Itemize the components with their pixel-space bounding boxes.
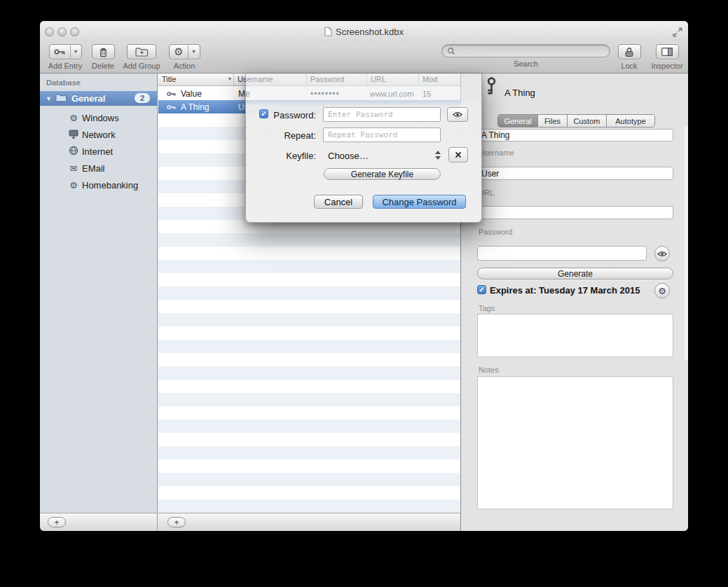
add-entry-button[interactable]: ▾ Add Entry (44, 44, 86, 70)
generate-label: Generate (558, 269, 593, 279)
search-area: Search (441, 44, 610, 68)
change-password-dialog: ✓ Password: Repeat: Keyfile: Choose… Gen… (245, 74, 482, 223)
action-label: Action (174, 62, 195, 70)
sidebar-group-general[interactable]: ▼ General 2 (40, 91, 157, 106)
inspector-entry-title: A Thing (504, 88, 535, 98)
keyfile-popup-value: Choose… (328, 151, 369, 161)
cancel-button[interactable]: Cancel (314, 195, 363, 209)
password-checkbox[interactable]: ✓ (259, 109, 268, 118)
tab-label: Autotype (615, 117, 645, 125)
folder-icon (55, 93, 67, 102)
inspector-label: Inspector (651, 62, 682, 70)
username-label: Username (479, 149, 514, 157)
tab-autotype[interactable]: Autotype (607, 115, 654, 127)
column-header-label: Title (162, 75, 176, 83)
add-group-plus-button[interactable]: + (48, 517, 66, 527)
entry-title-cell: A Thing (181, 102, 209, 112)
generate-password-button[interactable]: Generate (477, 268, 673, 279)
titlebar[interactable]: Screenshot.kdbx (40, 21, 688, 42)
monitor-icon (68, 130, 79, 140)
add-group-button[interactable]: Add Group (120, 44, 163, 70)
sidebar: Database ▼ General 2 ⚙ Windows Network (40, 74, 158, 513)
chevron-down-icon[interactable]: ▾ (71, 45, 81, 59)
add-entry-plus-button[interactable]: + (167, 517, 186, 527)
sidebar-item-homebanking[interactable]: ⚙ Homebanking (40, 179, 157, 191)
gear-icon: ⚙ (68, 113, 79, 123)
sidebar-item-network[interactable]: Network (40, 128, 157, 141)
password-field[interactable] (477, 246, 647, 261)
action-button[interactable]: ⚙ ▾ Action (166, 44, 202, 70)
tab-label: Custom (574, 117, 600, 125)
delete-button[interactable]: Delete (89, 44, 117, 70)
expires-checkbox[interactable]: ✓ (477, 285, 486, 294)
gear-icon: ⚙ (170, 45, 188, 59)
generate-keyfile-button[interactable]: Generate Keyfile (324, 168, 441, 180)
search-input[interactable] (455, 46, 610, 57)
inspector-panel: A Thing General Files Custom Autotype Us… (461, 74, 688, 531)
password-label: Password (479, 228, 512, 236)
entry-title-cell: Value (181, 89, 202, 99)
plus-icon: + (54, 518, 59, 527)
column-header-title[interactable]: Title ▾ (158, 74, 234, 85)
sidebar-group-label: General (71, 93, 105, 104)
url-field[interactable] (477, 206, 673, 219)
inspector-toggle-button[interactable]: Inspector (647, 44, 687, 70)
notes-input[interactable] (477, 376, 673, 509)
clear-keyfile-button[interactable] (448, 147, 468, 163)
tab-general[interactable]: General (498, 115, 538, 127)
keyfile-popup[interactable]: Choose… (323, 148, 441, 163)
sidebar-item-email[interactable]: ✉ EMail (40, 162, 157, 174)
key-icon (167, 104, 176, 110)
inspector-scrollbar[interactable] (683, 127, 688, 359)
cancel-label: Cancel (324, 197, 352, 207)
envelope-icon: ✉ (68, 164, 79, 173)
show-password-button[interactable] (654, 246, 670, 261)
close-icon (455, 151, 462, 158)
key-plus-icon (50, 45, 70, 59)
plus-icon: + (174, 518, 179, 527)
sidebar-item-label: Internet (82, 146, 113, 157)
app-window: Screenshot.kdbx ▾ Add Entry (40, 21, 688, 531)
sidebar-item-internet[interactable]: Internet (40, 145, 157, 158)
search-icon (447, 47, 455, 55)
eye-icon (453, 111, 462, 118)
search-label: Search (514, 60, 538, 68)
notes-label: Notes (479, 366, 499, 374)
gear-icon: ⚙ (658, 286, 666, 296)
show-password-button[interactable] (447, 107, 468, 122)
checkmark-icon: ✓ (261, 111, 266, 118)
repeat-password-input[interactable] (323, 127, 441, 142)
folder-plus-icon (135, 47, 149, 57)
lock-button[interactable]: Lock (614, 44, 644, 70)
popup-stepper-icon[interactable] (435, 151, 441, 160)
generate-keyfile-label: Generate Keyfile (351, 170, 413, 179)
change-password-button[interactable]: Change Password (373, 195, 466, 209)
tab-files[interactable]: Files (538, 115, 568, 127)
trash-icon (99, 47, 108, 57)
change-password-label: Change Password (382, 197, 456, 207)
eye-icon (657, 251, 667, 257)
document-icon (324, 27, 332, 36)
dialog-repeat-label: Repeat: (271, 130, 316, 141)
chevron-down-icon[interactable]: ▾ (188, 45, 199, 59)
fullscreen-icon[interactable] (673, 27, 682, 37)
password-input[interactable] (323, 107, 441, 122)
sidebar-item-windows[interactable]: ⚙ Windows (40, 111, 157, 124)
expires-settings-button[interactable]: ⚙ (654, 283, 670, 298)
key-icon (484, 77, 497, 95)
sidebar-footer: + (40, 513, 158, 531)
key-icon (167, 91, 176, 97)
search-field[interactable] (441, 44, 610, 57)
inspector-tabs: General Files Custom Autotype (497, 114, 655, 127)
toolbar: ▾ Add Entry Delete Add Group (40, 42, 688, 74)
disclosure-triangle-icon[interactable]: ▼ (46, 95, 52, 102)
dialog-keyfile-label: Keyfile: (271, 151, 316, 161)
username-field[interactable] (477, 167, 673, 180)
tags-input[interactable] (477, 314, 673, 357)
tab-label: General (504, 117, 531, 125)
title-field[interactable] (477, 129, 673, 141)
checkmark-icon: ✓ (479, 286, 484, 294)
tab-custom[interactable]: Custom (568, 115, 607, 127)
globe-icon (68, 146, 79, 157)
sidebar-item-label: Network (82, 130, 116, 140)
